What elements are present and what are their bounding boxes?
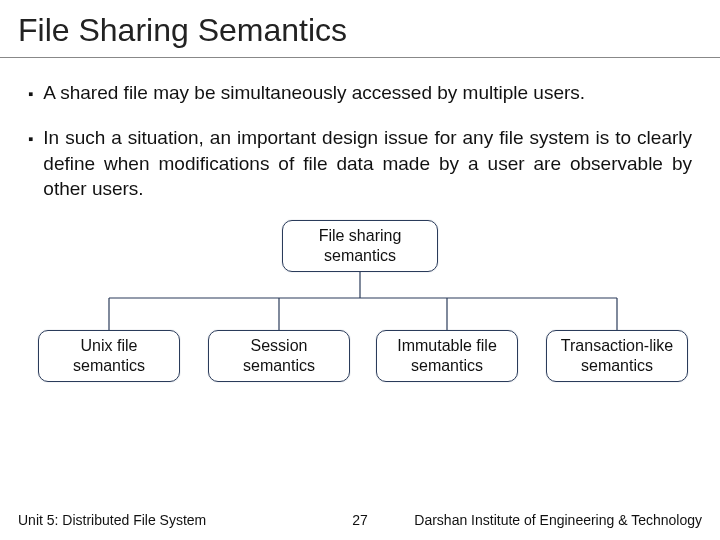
bullet-item: ▪ In such a situation, an important desi… (28, 125, 692, 202)
slide-footer: Unit 5: Distributed File System 27 Darsh… (0, 502, 720, 540)
footer-page-number: 27 (352, 512, 368, 528)
diagram-child-node: Unix file semantics (38, 330, 180, 382)
diagram-child-node: Transaction-like semantics (546, 330, 688, 382)
bullet-marker-icon: ▪ (28, 125, 43, 202)
bullet-item: ▪ A shared file may be simultaneously ac… (28, 80, 692, 107)
hierarchy-diagram: File sharing semantics Unix file semanti… (30, 220, 690, 400)
footer-institute: Darshan Institute of Engineering & Techn… (414, 512, 702, 528)
diagram-child-node: Session semantics (208, 330, 350, 382)
bullet-marker-icon: ▪ (28, 80, 43, 107)
bullet-text: In such a situation, an important design… (43, 125, 692, 202)
diagram-child-node: Immutable file semantics (376, 330, 518, 382)
slide-body: ▪ A shared file may be simultaneously ac… (0, 58, 720, 400)
bullet-text: A shared file may be simultaneously acce… (43, 80, 692, 107)
footer-unit: Unit 5: Distributed File System (18, 512, 206, 528)
slide-title: File Sharing Semantics (0, 0, 720, 58)
diagram-root-node: File sharing semantics (282, 220, 438, 272)
